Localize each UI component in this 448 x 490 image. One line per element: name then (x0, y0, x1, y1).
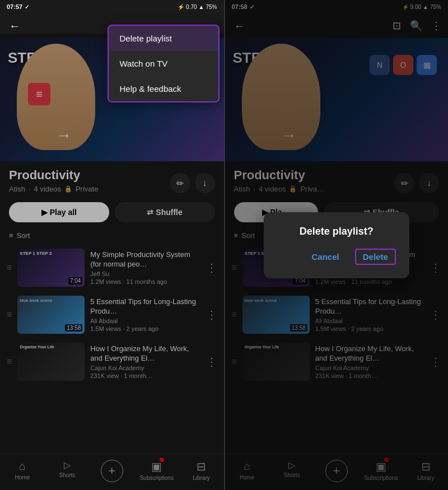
signal-icon: 0.70 (186, 4, 197, 10)
dropdown-watch-tv[interactable]: Watch on TV (109, 51, 218, 76)
dropdown-delete[interactable]: Delete playlist (109, 26, 218, 51)
dialog-title: Delete playlist? (277, 226, 396, 237)
right-phone-screen: 07:58 ✓ ⚡ 9.00 ▲ 75% ← ⊡ 🔍 ⋮ STEP 2 → N … (225, 0, 449, 490)
left-status-time: 07:57 ✓ (7, 3, 29, 10)
dialog-buttons: Cancel Delete (277, 249, 396, 265)
left-status-icons: ⚡ 0.70 ▲ 75% (178, 4, 217, 10)
right-dialog-overlay: Delete playlist? Cancel Delete (225, 0, 449, 490)
battery-icon: 75% (206, 4, 217, 10)
dialog-delete-button[interactable]: Delete (355, 249, 396, 265)
delete-dialog: Delete playlist? Cancel Delete (264, 212, 409, 278)
wifi-icon: ▲ (199, 4, 204, 10)
check-icon: ✓ (25, 4, 29, 10)
left-status-bar: 07:57 ✓ ⚡ 0.70 ▲ 75% (0, 0, 224, 13)
bluetooth-icon: ⚡ (178, 4, 184, 10)
back-button[interactable]: ← (7, 17, 22, 35)
dialog-cancel-button[interactable]: Cancel (307, 249, 344, 265)
left-phone-screen: 07:57 ✓ ⚡ 0.70 ▲ 75% ← STEP 1 ≡ → N O ▦ … (0, 0, 224, 490)
left-dropdown-menu: Delete playlist Watch on TV Help & feedb… (108, 25, 220, 102)
dropdown-help[interactable]: Help & feedback (109, 76, 218, 101)
